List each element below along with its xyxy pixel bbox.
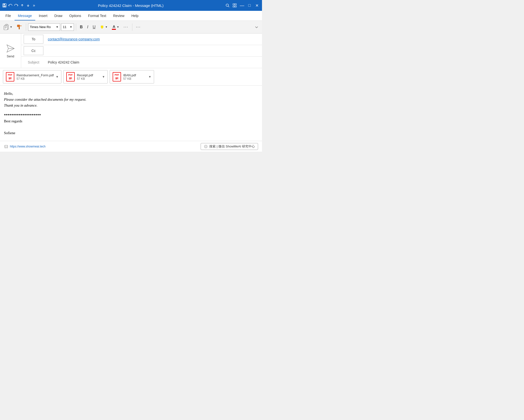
attachment-info-1: Reimbursement_Form.pdf 57 KB bbox=[17, 73, 54, 81]
menu-review[interactable]: Review bbox=[110, 11, 128, 20]
signature-stars: ******************** bbox=[4, 112, 258, 118]
font-name-value: Times New Ro bbox=[30, 25, 51, 29]
email-body[interactable]: Hello, Please consider the attached docu… bbox=[0, 86, 262, 141]
attachment-iban[interactable]: PDF IBAN.pdf 57 KB ▼ bbox=[110, 70, 154, 83]
toolbar-collapse-button[interactable] bbox=[253, 23, 260, 32]
body-line1: Hello, bbox=[4, 91, 258, 97]
attachment-receipt[interactable]: PDF Receipt.pdf 57 KB ▼ bbox=[63, 70, 108, 83]
svg-rect-11 bbox=[4, 26, 7, 30]
signature-blank bbox=[4, 124, 258, 130]
subject-label: Subject bbox=[24, 60, 43, 64]
menu-message[interactable]: Message bbox=[15, 11, 35, 20]
signature-name: Sofiene bbox=[4, 130, 258, 136]
menu-draw[interactable]: Draw bbox=[51, 11, 66, 20]
maximize-button[interactable]: □ bbox=[246, 2, 253, 9]
attachment-name-1: Reimbursement_Form.pdf bbox=[17, 73, 54, 77]
font-dropdown-icon[interactable]: ▼ bbox=[56, 26, 58, 28]
font-size-value: 11 bbox=[63, 25, 66, 29]
svg-rect-1 bbox=[3, 4, 5, 5]
attachment-info-2: Receipt.pdf 57 KB bbox=[77, 73, 100, 81]
toolbar-sep-1 bbox=[26, 23, 26, 31]
up-icon[interactable] bbox=[20, 3, 25, 8]
bold-button[interactable]: B bbox=[78, 23, 85, 32]
svg-rect-8 bbox=[235, 6, 236, 7]
attachment-size-3: 57 KB bbox=[123, 77, 146, 81]
more-icon[interactable]: » bbox=[32, 3, 36, 8]
close-button[interactable]: ✕ bbox=[254, 2, 260, 9]
save-icon[interactable] bbox=[2, 3, 7, 8]
footer: https://www.showmeai.tech 搜索 | 微信 ShowMe… bbox=[0, 141, 262, 152]
svg-point-35 bbox=[204, 145, 207, 148]
redo-icon[interactable] bbox=[14, 3, 19, 8]
attachment-chevron-1[interactable]: ▼ bbox=[56, 75, 59, 79]
send-icon bbox=[6, 44, 16, 53]
attachment-chevron-3[interactable]: ▼ bbox=[148, 75, 151, 79]
to-value[interactable]: contact@insurance-company.com bbox=[46, 37, 262, 41]
minimize-button[interactable]: — bbox=[239, 2, 245, 9]
menu-format-text[interactable]: Format Text bbox=[85, 11, 110, 20]
size-dropdown-icon[interactable]: ▼ bbox=[70, 26, 72, 28]
to-button[interactable]: To bbox=[24, 35, 43, 44]
wechat-badge[interactable]: 搜索 | 微信 ShowMeAI 研究中心 bbox=[201, 143, 258, 150]
signature-regards: Best regards bbox=[4, 118, 258, 124]
search-icon[interactable] bbox=[225, 3, 230, 8]
format-painter-button[interactable] bbox=[15, 23, 24, 32]
font-size-selector[interactable]: 11 ▼ bbox=[61, 23, 74, 31]
menu-insert[interactable]: Insert bbox=[35, 11, 51, 20]
svg-rect-15 bbox=[17, 25, 20, 27]
highlight-dropdown[interactable]: ▼ bbox=[105, 26, 107, 28]
menu-options[interactable]: Options bbox=[66, 11, 85, 20]
svg-line-4 bbox=[228, 6, 229, 7]
wechat-text: 搜索 | 微信 ShowMeAI 研究中心 bbox=[209, 144, 255, 149]
menu-file[interactable]: File bbox=[2, 11, 15, 20]
svg-rect-6 bbox=[235, 4, 236, 5]
header-fields: To contact@insurance-company.com Cc Subj… bbox=[21, 33, 262, 68]
send-button[interactable]: Send bbox=[0, 33, 21, 68]
attachment-reimbursement[interactable]: PDF Reimbursement_Form.pdf 57 KB ▼ bbox=[3, 70, 61, 83]
window-controls: — □ ✕ bbox=[231, 2, 260, 9]
down-icon[interactable] bbox=[26, 3, 31, 8]
more-options-button-1[interactable]: ··· bbox=[122, 23, 130, 32]
more-options-button-2[interactable]: ··· bbox=[134, 23, 142, 32]
svg-rect-12 bbox=[5, 27, 7, 27]
subject-value[interactable]: Policy 424242 Claim bbox=[46, 60, 262, 64]
attachment-chevron-2[interactable]: ▼ bbox=[102, 75, 105, 79]
body-line2: Please consider the attached documents f… bbox=[4, 97, 258, 102]
paste-button[interactable]: ▼ bbox=[2, 23, 14, 32]
svg-point-3 bbox=[226, 4, 228, 6]
website-link[interactable]: https://www.showmeai.tech bbox=[4, 144, 46, 149]
font-color-dropdown[interactable]: ▼ bbox=[117, 26, 119, 28]
font-selector[interactable]: Times New Ro ▼ bbox=[28, 23, 60, 31]
toolbar: ▼ Times New Ro ▼ 11 ▼ B I U ▼ A bbox=[0, 21, 262, 33]
font-color-button[interactable]: A ▼ bbox=[110, 23, 121, 32]
body-line3: Thank you in advance. bbox=[4, 102, 258, 108]
paste-dropdown[interactable]: ▼ bbox=[10, 26, 12, 28]
full-screen-icon[interactable] bbox=[231, 2, 238, 9]
menu-help[interactable]: Help bbox=[128, 11, 142, 20]
pdf-icon-3: PDF bbox=[112, 72, 121, 82]
svg-point-36 bbox=[205, 146, 207, 147]
pdf-icon-2: PDF bbox=[66, 72, 75, 82]
more-dots-1: ··· bbox=[123, 25, 128, 29]
svg-rect-14 bbox=[5, 28, 6, 29]
svg-rect-10 bbox=[6, 24, 8, 25]
svg-rect-2 bbox=[3, 5, 6, 7]
attachment-size-2: 57 KB bbox=[77, 77, 100, 81]
cc-button[interactable]: Cc bbox=[24, 46, 43, 55]
svg-rect-18 bbox=[101, 26, 103, 28]
underline-button[interactable]: U bbox=[91, 23, 97, 32]
svg-rect-5 bbox=[233, 4, 234, 5]
attachment-name-2: Receipt.pdf bbox=[77, 73, 100, 77]
svg-rect-13 bbox=[5, 27, 7, 28]
undo-icon[interactable] bbox=[8, 3, 13, 8]
svg-rect-33 bbox=[5, 145, 8, 148]
italic-button[interactable]: I bbox=[85, 23, 90, 32]
compose-area: Send To contact@insurance-company.com Cc… bbox=[0, 33, 262, 141]
highlight-button[interactable]: ▼ bbox=[98, 23, 109, 32]
menu-bar: File Message Insert Draw Options Format … bbox=[0, 11, 262, 21]
toolbar-sep-3 bbox=[132, 23, 132, 31]
pdf-icon-1: PDF bbox=[6, 72, 15, 82]
toolbar-sep-2 bbox=[76, 23, 76, 31]
more-dots-2: ··· bbox=[136, 25, 141, 29]
cc-row: Cc bbox=[21, 45, 262, 57]
